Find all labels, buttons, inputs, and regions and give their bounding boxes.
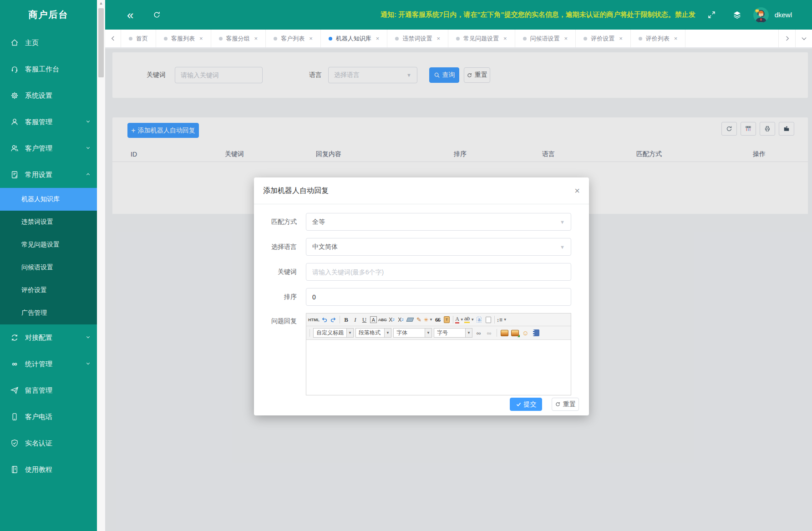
tab-greeting-settings[interactable]: 问候语设置× [515, 30, 576, 47]
sidebar-subitem-label: 常见问题设置 [21, 241, 60, 249]
keyword-input[interactable] [306, 263, 571, 281]
scrollbar-up-arrow-icon[interactable]: ▲ [97, 1, 105, 5]
sidebar-menu: 主页 客服工作台 系统设置 客服管理 客户管理 常用设置 机器人知识库 [0, 30, 97, 483]
auto-typeset-icon[interactable]: ✳▼ [424, 315, 433, 324]
tab-dot [584, 37, 587, 40]
sidebar-item-customer-management[interactable]: 客户管理 [0, 135, 97, 162]
italic-icon[interactable]: I [351, 315, 360, 324]
sidebar-item-tutorial[interactable]: 使用教程 [0, 456, 97, 483]
source-code-icon[interactable]: HTML [308, 315, 320, 324]
custom-heading-dropdown[interactable]: 自定义标题▼ [313, 328, 354, 338]
superscript-icon[interactable]: X2 [387, 315, 396, 324]
add-robot-reply-dialog: 添加机器人自动回复 × 匹配方式 全等 ▼ 选择语言 中文简体 ▼ 关键词 排序 [254, 177, 589, 415]
tab-agent-group[interactable]: 客服分组× [211, 30, 266, 47]
tab-faq-settings[interactable]: 常见问题设置× [448, 30, 515, 47]
close-icon[interactable]: × [619, 35, 623, 42]
sidebar-item-robot-knowledge[interactable]: 机器人知识库 [0, 188, 97, 211]
keyword-row: 关键词 [254, 263, 589, 281]
sidebar-item-faq-settings[interactable]: 常见问题设置 [0, 233, 97, 256]
emoji-icon[interactable]: ☺ [521, 328, 530, 338]
sidebar-item-customer-phone[interactable]: 客户电话 [0, 404, 97, 430]
sidebar-item-banned-words[interactable]: 违禁词设置 [0, 211, 97, 233]
sidebar-item-integration-config[interactable]: 对接配置 [0, 324, 97, 351]
border-text-icon[interactable]: A [369, 315, 378, 324]
tab-rating-settings[interactable]: 评价设置× [576, 30, 631, 47]
editor-content-area[interactable] [306, 340, 571, 395]
scrollbar-thumb[interactable] [98, 8, 104, 77]
submit-button[interactable]: 提交 [510, 398, 542, 411]
unlink-icon[interactable]: ∞ [485, 328, 493, 338]
close-icon[interactable]: × [564, 35, 568, 42]
close-icon[interactable]: × [199, 35, 203, 42]
sidebar-item-home[interactable]: 主页 [0, 30, 97, 56]
highlight-color-icon[interactable]: ab▼ [464, 315, 474, 324]
close-icon[interactable]: × [503, 35, 507, 42]
tab-dot [639, 37, 642, 40]
language-select[interactable]: 中文简体 ▼ [306, 238, 571, 256]
sidebar-item-agent-management[interactable]: 客服管理 [0, 109, 97, 135]
tab-robot-knowledge[interactable]: 机器人知识库× [321, 30, 388, 47]
sidebar-item-rating-settings[interactable]: 评价设置 [0, 279, 97, 302]
format-brush-icon[interactable]: ✎ [415, 315, 423, 324]
close-icon[interactable]: × [309, 35, 313, 42]
close-icon[interactable]: × [436, 35, 440, 42]
sidebar-item-greeting-settings[interactable]: 问候语设置 [0, 256, 97, 279]
link-icon[interactable]: ∞ [474, 328, 483, 338]
insert-multi-image-icon[interactable] [511, 328, 519, 338]
dialog-reset-button[interactable]: 重置 [552, 398, 579, 411]
sidebar-item-statistics[interactable]: ∞ 统计管理 [0, 351, 97, 377]
redo-icon[interactable] [329, 315, 338, 324]
tab-customer-list[interactable]: 客户列表× [266, 30, 321, 47]
font-size-dropdown[interactable]: 字号▼ [434, 328, 472, 338]
anchor-icon[interactable]: a [475, 315, 483, 324]
tabs-menu-icon[interactable] [795, 30, 812, 47]
sidebar-scrollbar[interactable]: ▲ [97, 0, 105, 531]
font-color-icon[interactable]: A▼ [455, 315, 464, 324]
sidebar-item-messages[interactable]: 留言管理 [0, 377, 97, 404]
avatar[interactable] [753, 7, 769, 23]
line-height-icon[interactable]: ↕≡▼ [497, 315, 507, 324]
match-mode-select[interactable]: 全等 ▼ [306, 213, 571, 231]
sidebar-subitem-label: 机器人知识库 [21, 195, 60, 203]
close-icon[interactable]: × [574, 186, 580, 195]
underline-icon[interactable]: U [360, 315, 369, 324]
paragraph-format-dropdown[interactable]: 段落格式▼ [355, 328, 391, 338]
collapse-sidebar-icon[interactable]: « [127, 9, 133, 21]
reply-row: 问题回复 HTML B I U A ABC X2 X2 ✎ ✳▼ [254, 313, 589, 395]
close-icon[interactable]: × [254, 35, 258, 42]
subscript-icon[interactable]: X2 [396, 315, 405, 324]
headset-icon [10, 65, 19, 74]
tabs-scroll-left-icon[interactable] [105, 30, 121, 47]
sidebar-item-real-name-auth[interactable]: 实名认证 [0, 430, 97, 456]
new-page-icon[interactable] [484, 315, 492, 324]
refresh-icon[interactable] [152, 10, 161, 19]
close-icon[interactable]: × [376, 35, 380, 42]
sidebar-item-system-settings[interactable]: 系统设置 [0, 82, 97, 109]
close-icon[interactable]: × [674, 35, 678, 42]
sidebar-item-common-settings[interactable]: 常用设置 [0, 162, 97, 188]
paste-text-icon[interactable]: T [442, 315, 451, 324]
sidebar-submenu-common-settings: 机器人知识库 违禁词设置 常见问题设置 问候语设置 评价设置 广告管理 [0, 188, 97, 324]
username[interactable]: dkewl [775, 11, 792, 19]
bold-icon[interactable]: B [342, 315, 350, 324]
layers-icon[interactable] [732, 10, 742, 20]
tabs-scroll-right-icon[interactable] [778, 30, 795, 47]
tab-label: 客服列表 [171, 35, 195, 43]
sidebar-item-workbench[interactable]: 客服工作台 [0, 56, 97, 82]
blockquote-icon[interactable]: 66 [433, 315, 442, 324]
sidebar-item-ad-management[interactable]: 广告管理 [0, 302, 97, 324]
strikethrough-icon[interactable]: ABC [378, 315, 387, 324]
insert-video-icon[interactable] [532, 328, 540, 338]
sort-input[interactable] [306, 288, 571, 306]
undo-icon[interactable] [320, 315, 329, 324]
chevron-down-icon [86, 335, 91, 339]
tab-rating-list[interactable]: 评价列表× [631, 30, 686, 47]
tab-home[interactable]: 首页 [121, 30, 156, 47]
app-title: 商户后台 [0, 0, 97, 30]
tab-banned-words[interactable]: 违禁词设置× [387, 30, 448, 47]
eraser-icon[interactable] [406, 315, 414, 324]
tab-agent-list[interactable]: 客服列表× [156, 30, 211, 47]
fullscreen-icon[interactable] [707, 10, 716, 19]
font-family-dropdown[interactable]: 字体▼ [393, 328, 432, 338]
insert-image-icon[interactable] [500, 328, 509, 338]
